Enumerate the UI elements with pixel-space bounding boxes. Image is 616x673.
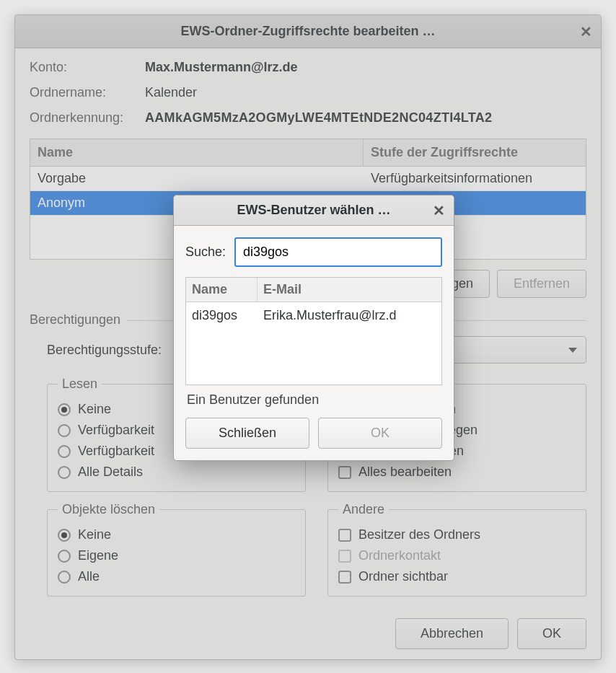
checkbox-icon [338,529,351,542]
table-header: Name Stufe der Zugriffsrechte [30,139,586,167]
permission-level-label: Berechtigungsstufe: [47,343,162,358]
close-icon[interactable]: ✕ [580,23,592,40]
chevron-down-icon [568,348,577,353]
checkbox-icon [338,550,351,563]
write-edit-all-option[interactable]: Alles bearbeiten [338,462,576,483]
results-col-email[interactable]: E-Mail [258,278,441,302]
results-row[interactable]: di39gos Erika.Musterfrau@lrz.d [186,302,441,329]
option-label: Verfügbarkeit [78,423,154,438]
account-label: Konto: [30,60,145,75]
folderid-value: AAMkAGM5MzA2OGMyLWE4MTEtNDE2NC04ZTI4LTA2 [145,110,586,126]
info-grid: Konto: Max.Mustermann@lrz.de Ordnername:… [30,60,586,126]
other-visible-option[interactable]: Ordner sichtbar [338,566,576,587]
radio-icon [58,550,71,563]
results-table: Name E-Mail di39gos Erika.Musterfrau@lrz… [185,277,442,385]
account-value: Max.Mustermann@lrz.de [145,60,586,75]
search-status: Ein Benutzer gefunden [187,392,441,408]
modal-body: Suche: Name E-Mail di39gos Erika.Musterf… [174,226,454,460]
option-label: Alles bearbeiten [358,465,452,480]
main-titlebar: EWS-Ordner-Zugriffsrechte bearbeiten … ✕ [15,15,601,48]
radio-icon [58,445,71,458]
result-name: di39gos [186,302,258,329]
ok-button[interactable]: OK [517,618,586,649]
option-label: Keine [78,402,111,417]
other-fieldset: Andere Besitzer des Ordners Ordnerkontak… [327,502,586,597]
option-label: Ordner sichtbar [358,569,448,584]
read-legend: Lesen [58,377,102,392]
col-name-header[interactable]: Name [30,139,364,166]
radio-icon [58,403,71,416]
option-label: Eigene [78,548,118,563]
row-name: Vorgabe [30,167,364,190]
results-header: Name E-Mail [186,278,441,302]
search-label: Suche: [185,245,226,260]
user-picker-dialog: EWS-Benutzer wählen … ✕ Suche: Name E-Ma… [173,195,454,461]
cancel-button[interactable]: Abbrechen [395,618,509,649]
row-level: Verfügbarkeitsinformationen [364,167,586,190]
radio-icon [58,529,71,542]
radio-icon [58,466,71,479]
folder-label: Ordnername: [30,85,145,100]
checkbox-icon [338,466,351,479]
delete-fieldset: Objekte löschen Keine Eigene Alle [47,502,306,597]
search-row: Suche: [185,237,442,267]
other-owner-option[interactable]: Besitzer des Ordners [338,524,576,545]
option-label: Keine [78,527,111,542]
option-label: Verfügbarkeit [78,444,154,459]
read-all-details-option[interactable]: Alle Details [58,462,295,483]
other-legend: Andere [338,502,389,517]
other-contact-option: Ordnerkontakt [338,545,576,566]
radio-icon [58,571,71,584]
close-icon[interactable]: ✕ [433,202,445,219]
modal-title: EWS-Benutzer wählen … [237,203,390,218]
option-label: Alle [78,569,100,584]
col-level-header[interactable]: Stufe der Zugriffsrechte [364,139,586,166]
delete-legend: Objekte löschen [58,502,159,517]
modal-titlebar: EWS-Benutzer wählen … ✕ [174,195,454,226]
option-label: Besitzer des Ordners [358,527,480,542]
result-email: Erika.Musterfrau@lrz.d [258,302,441,329]
delete-all-option[interactable]: Alle [58,566,295,587]
option-label: Alle Details [78,465,143,480]
remove-button[interactable]: Entfernen [497,270,586,298]
delete-own-option[interactable]: Eigene [58,545,295,566]
main-footer: Abbrechen OK [15,618,601,649]
delete-none-option[interactable]: Keine [58,524,295,545]
modal-footer: Schließen OK [185,418,442,449]
results-col-name[interactable]: Name [186,278,258,302]
modal-close-button[interactable]: Schließen [185,418,309,449]
option-label: Ordnerkontakt [358,548,441,563]
checkbox-icon [338,571,351,584]
main-title: EWS-Ordner-Zugriffsrechte bearbeiten … [180,24,435,39]
table-row[interactable]: Vorgabe Verfügbarkeitsinformationen [30,167,586,191]
search-input[interactable] [234,237,442,267]
folderid-label: Ordnerkennung: [30,110,145,126]
folder-value: Kalender [145,85,586,100]
modal-ok-button[interactable]: OK [318,418,442,449]
radio-icon [58,424,71,437]
